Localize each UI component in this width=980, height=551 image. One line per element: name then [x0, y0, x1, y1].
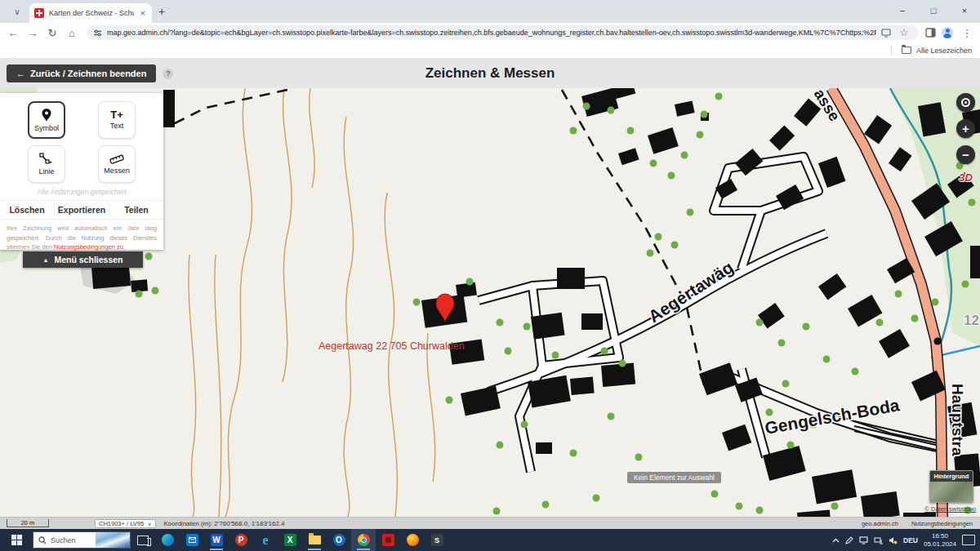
excel-icon[interactable]: X — [278, 529, 302, 551]
bus-stop-dot — [934, 338, 942, 345]
clock-date: 05.01.2024 — [924, 540, 956, 549]
swiss-flag-favicon — [34, 8, 44, 18]
edge-icon[interactable] — [155, 529, 180, 551]
s-app-icon[interactable]: S — [425, 529, 449, 551]
start-button[interactable] — [0, 529, 33, 551]
language-indicator[interactable]: DEU — [903, 536, 918, 544]
coordinates-readout: Koordinaten (m): 2'760'568.0, 1'183'162.… — [164, 520, 285, 527]
geolocate-button[interactable] — [956, 93, 975, 112]
task-view-icon[interactable] — [131, 529, 155, 551]
firefox-icon[interactable] — [400, 529, 425, 551]
home-icon[interactable]: ⌂ — [64, 24, 80, 41]
browser-tab[interactable]: Karten der Schweiz - Schweize × — [29, 3, 152, 23]
help-icon[interactable]: ? — [163, 69, 173, 79]
side-panel-icon[interactable] — [925, 28, 936, 38]
share-button[interactable]: Teilen — [109, 201, 163, 219]
chevron-down-icon: ∨ — [148, 521, 151, 527]
pen-tray-icon[interactable] — [845, 536, 853, 544]
draw-mode-header: Zeichnen & Messen ← Zurück / Zeichnen be… — [0, 59, 980, 88]
zoom-out-button[interactable]: − — [956, 145, 975, 164]
tool-measure-button[interactable]: Messen — [98, 145, 136, 183]
polyline-icon — [39, 153, 54, 166]
tab-close-icon[interactable]: × — [139, 8, 147, 18]
map-controls: + − 3D — [956, 93, 975, 184]
display-tray-icon[interactable] — [859, 536, 868, 544]
terms-of-use-link[interactable]: Nutzungsbedingungen — [911, 520, 973, 527]
window-controls: − □ × — [887, 0, 980, 21]
file-explorer-icon[interactable] — [302, 529, 327, 551]
tool-line-button[interactable]: Linie — [28, 145, 65, 183]
url-text: map.geo.admin.ch/?lang=de&topic=ech&bgLa… — [107, 29, 876, 37]
hidden-icons-chevron[interactable] — [832, 538, 840, 543]
back-icon[interactable]: ← — [5, 24, 21, 41]
internet-explorer-icon[interactable]: e — [253, 529, 278, 551]
browser-toolbar: ← → ↻ ⌂ map.geo.admin.ch/?lang=de&topic=… — [0, 23, 980, 42]
collapse-icon: ▲ — [43, 257, 49, 263]
reload-icon[interactable]: ↻ — [44, 24, 60, 41]
install-app-icon[interactable] — [881, 29, 891, 38]
draw-tools-panel: Symbol T+ Text Linie Messen Alle Änderun… — [0, 93, 163, 250]
tool-text-button[interactable]: T+ Text — [98, 101, 136, 139]
bookmarks-folder-icon — [902, 47, 911, 54]
close-menu-button[interactable]: ▲ Menü schliessen — [23, 251, 143, 268]
marker-pin-icon — [40, 108, 53, 122]
toggle-3d-button[interactable]: 3D — [959, 171, 973, 184]
close-button[interactable]: × — [949, 0, 980, 21]
selection-status-tooltip: Kein Element zur Auswahl — [627, 472, 721, 483]
drawn-address-label[interactable]: Aegertawag 22 705 Churwalden — [318, 340, 465, 352]
search-icon — [38, 536, 47, 544]
house-number-label: 12 — [964, 313, 979, 328]
save-status-text: Alle Änderungen gespeichert — [0, 188, 163, 196]
taskbar: Suchen W P e X O S DEU 16:50 — [0, 529, 980, 551]
map-area: Aegertawäg Gengelsch-Boda Hauptstra asse… — [0, 88, 980, 517]
tab-title: Karten der Schweiz - Schweize — [49, 9, 134, 17]
profile-avatar[interactable] — [939, 24, 956, 41]
action-center-icon[interactable] — [962, 535, 975, 545]
data-attribution[interactable]: © Daten:swisstopo — [924, 505, 976, 513]
geoadmin-link[interactable]: geo.admin.ch — [862, 520, 898, 527]
bookmarks-bar: Alle Lesezeichen — [0, 42, 980, 59]
terms-link[interactable]: Nutzungsbedingungen zu. — [54, 243, 125, 251]
export-button[interactable]: Exportieren — [55, 201, 109, 219]
mail-icon[interactable] — [180, 529, 204, 551]
background-layer-button[interactable]: Hintergrund — [929, 470, 973, 503]
search-highlight-image — [96, 532, 130, 549]
map-footer: 20 m CH1903+ / LV95 ∨ Koordinaten (m): 2… — [0, 517, 980, 529]
zoom-in-button[interactable]: + — [956, 119, 975, 138]
bookmark-star-icon[interactable]: ☆ — [896, 25, 912, 40]
browser-menu-icon[interactable]: ⋮ — [959, 24, 975, 41]
text-tool-icon: T+ — [110, 110, 123, 120]
ruler-icon — [109, 153, 125, 165]
tool-symbol-button[interactable]: Symbol — [28, 101, 65, 139]
taskbar-search-input[interactable]: Suchen — [33, 531, 131, 549]
panel-actions: Löschen Exportieren Teilen — [0, 200, 163, 220]
word-icon[interactable]: W — [204, 529, 229, 551]
system-tray: DEU 16:50 05.01.2024 — [832, 532, 980, 549]
taskbar-clock[interactable]: 16:50 05.01.2024 — [924, 532, 956, 549]
url-bar[interactable]: map.geo.admin.ch/?lang=de&topic=ech&bgLa… — [87, 25, 919, 40]
locate-icon — [961, 98, 970, 107]
back-arrow-icon: ← — [16, 69, 25, 78]
chrome-icon[interactable] — [351, 529, 376, 551]
back-finish-drawing-button[interactable]: ← Zurück / Zeichnen beenden — [7, 64, 156, 82]
maximize-button[interactable]: □ — [918, 0, 949, 21]
volume-icon[interactable] — [889, 536, 898, 544]
tab-list-chevron-icon[interactable]: ∨ — [7, 2, 28, 20]
forward-icon[interactable]: → — [24, 24, 41, 41]
network-icon[interactable] — [874, 536, 883, 544]
clock-time: 16:50 — [924, 532, 956, 540]
street-label-hauptstrasse: Hauptstra — [949, 384, 966, 456]
red-app-icon[interactable] — [376, 529, 400, 551]
windows-logo-icon — [11, 535, 22, 545]
bookmarks-divider — [891, 46, 892, 56]
minimize-button[interactable]: − — [887, 0, 918, 21]
scale-bar: 20 m — [7, 519, 49, 527]
screen: ∨ Karten der Schweiz - Schweize × + − □ … — [0, 0, 980, 551]
powerpoint-icon[interactable]: P — [229, 529, 253, 551]
delete-button[interactable]: Löschen — [0, 201, 55, 219]
outlook-icon[interactable]: O — [327, 529, 351, 551]
projection-select[interactable]: CH1903+ / LV95 ∨ — [95, 519, 156, 528]
new-tab-button[interactable]: + — [152, 2, 172, 21]
tune-icon — [93, 29, 102, 38]
all-bookmarks-label[interactable]: Alle Lesezeichen — [916, 47, 972, 55]
